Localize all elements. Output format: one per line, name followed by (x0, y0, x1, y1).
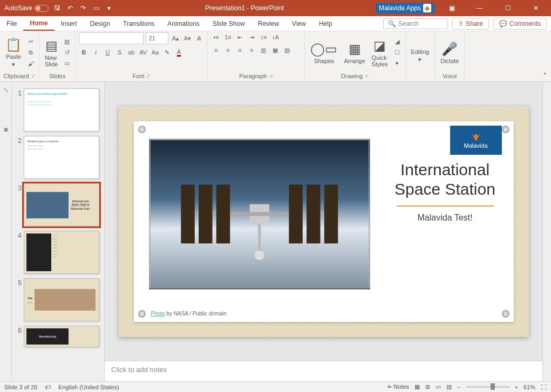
outline-cursor-icon[interactable]: ⤡ (3, 86, 9, 94)
zoom-level[interactable]: 61% (523, 384, 535, 390)
slide-thumbnails[interactable]: 1Here's your outline to get started!____… (12, 82, 105, 381)
slide-text-block[interactable]: International Space Station Malavida Tes… (389, 160, 502, 223)
case-icon[interactable]: Aa (150, 47, 160, 57)
bullets-icon[interactable]: •≡ (211, 32, 221, 42)
thumb-6[interactable]: Manufacturing (24, 326, 99, 347)
reset-icon[interactable]: ↺ (62, 48, 72, 58)
zoom-out-icon[interactable]: − (457, 384, 460, 390)
justify-icon[interactable]: ≡ (247, 45, 256, 55)
arrange-button[interactable]: ▦Arrange (342, 40, 367, 65)
thumb-5[interactable]: Title___ (24, 278, 99, 321)
close-icon[interactable]: ✕ (525, 0, 547, 16)
align-right-icon[interactable]: ≡ (235, 45, 244, 55)
font-size-input[interactable] (146, 32, 168, 44)
paragraph-launcher-icon[interactable]: ⤢ (269, 73, 274, 79)
spellcheck-icon[interactable]: 🏷 (45, 384, 51, 390)
slide-image[interactable] (149, 139, 370, 290)
ribbon-display-icon[interactable]: ▣ (441, 0, 462, 16)
slide[interactable]: Malavida International Space Station Mal… (119, 106, 529, 337)
tab-animations[interactable]: Animations (161, 16, 206, 31)
shape-fill-icon[interactable]: ◢ (392, 37, 402, 47)
columns-icon[interactable]: ▥ (259, 45, 268, 55)
slide-canvas[interactable]: Malavida International Space Station Mal… (105, 82, 542, 361)
search-input[interactable]: 🔍 Search (383, 18, 448, 29)
maximize-icon[interactable]: ☐ (497, 0, 519, 16)
share-button[interactable]: ⇪ Share (452, 18, 489, 30)
tab-slideshow[interactable]: Slide Show (206, 16, 251, 31)
sorter-view-icon[interactable]: ⊞ (425, 383, 430, 390)
layout-icon[interactable]: ▥ (62, 37, 72, 47)
new-slide-button[interactable]: ▤ New Slide (43, 37, 60, 68)
vertical-scrollbar[interactable] (542, 82, 551, 381)
smartart-icon[interactable]: ▨ (282, 45, 292, 55)
outline-eraser-icon[interactable]: ✖ (3, 126, 9, 134)
tab-design[interactable]: Design (84, 16, 117, 31)
start-slideshow-icon[interactable]: ▭ (92, 4, 100, 12)
collapse-ribbon-icon[interactable]: ˄ (539, 70, 551, 81)
tab-review[interactable]: Review (251, 16, 285, 31)
font-color-icon[interactable]: A (174, 47, 183, 57)
slide-counter[interactable]: Slide 3 of 20 (4, 384, 37, 390)
italic-button[interactable]: I (91, 47, 100, 57)
copy-icon[interactable]: ⧉ (26, 48, 36, 58)
photo-link[interactable]: Photo (151, 311, 165, 317)
notes-toggle[interactable]: ≐ Notes (387, 383, 409, 390)
shapes-button[interactable]: ◯▭Shapes (308, 40, 339, 65)
autosave-toggle[interactable]: AutoSave (4, 4, 49, 12)
tab-view[interactable]: View (285, 16, 312, 31)
indent-right-icon[interactable]: ⇥ (247, 32, 256, 42)
save-icon[interactable]: 🖫 (53, 4, 62, 12)
minimize-icon[interactable]: — (469, 0, 491, 16)
slideshow-view-icon[interactable]: ▧ (446, 383, 452, 390)
normal-view-icon[interactable]: ▦ (414, 383, 420, 390)
format-painter-icon[interactable]: 🖌 (26, 59, 36, 68)
tab-help[interactable]: Help (312, 16, 339, 31)
reading-view-icon[interactable]: ▭ (436, 383, 441, 390)
tab-file[interactable]: File (0, 16, 23, 31)
shape-effects-icon[interactable]: ✦ (392, 59, 402, 68)
align-left-icon[interactable]: ≡ (211, 45, 221, 55)
tab-home[interactable]: Home (23, 16, 54, 31)
shrink-font-icon[interactable]: A▾ (182, 33, 192, 43)
strike-button[interactable]: S (114, 47, 124, 57)
bold-button[interactable]: B (79, 47, 89, 57)
tab-transitions[interactable]: Transitions (117, 16, 161, 31)
highlight-icon[interactable]: ✎ (162, 47, 172, 57)
comments-button[interactable]: 💬 Comments (493, 18, 547, 30)
thumb-3[interactable]: InternationalSpace StationMalavida Test! (24, 183, 99, 226)
paste-button[interactable]: 📋 Paste ▾ (3, 36, 24, 69)
line-spacing-icon[interactable]: ↕≡ (259, 32, 268, 42)
drawing-launcher-icon[interactable]: ⤢ (365, 73, 369, 79)
quick-styles-button[interactable]: ◪Quick Styles (370, 37, 390, 68)
align-center-icon[interactable]: ≡ (223, 45, 233, 55)
clipboard-launcher-icon[interactable]: ⤢ (31, 73, 36, 79)
thumb-4[interactable]: ________________________ (24, 231, 99, 274)
dictate-button[interactable]: 🎤Dictate (438, 40, 461, 65)
align-text-icon[interactable]: ▦ (270, 45, 280, 55)
qat-dropdown-icon[interactable]: ▾ (105, 4, 113, 12)
tab-insert[interactable]: Insert (55, 16, 84, 31)
editing-button[interactable]: Editing▾ (409, 47, 432, 64)
grow-font-icon[interactable]: A▴ (171, 33, 180, 43)
language-status[interactable]: English (United States) (58, 384, 119, 390)
spacing-icon[interactable]: AV (138, 47, 148, 57)
zoom-in-icon[interactable]: + (515, 384, 518, 390)
app-badge[interactable]: Malavida Apps ◆ (376, 3, 434, 13)
zoom-slider[interactable] (466, 386, 509, 388)
undo-icon[interactable]: ↶ (66, 4, 74, 12)
thumb-1[interactable]: Here's your outline to get started!_____… (24, 88, 99, 132)
font-name-input[interactable] (79, 32, 144, 44)
cut-icon[interactable]: ✂ (26, 37, 36, 47)
shape-outline-icon[interactable]: ☐ (392, 48, 402, 58)
redo-icon[interactable]: ↷ (79, 4, 87, 12)
underline-button[interactable]: U (103, 47, 112, 57)
section-icon[interactable]: ▭ (62, 59, 72, 68)
clear-format-icon[interactable]: A̷ (194, 33, 204, 43)
fit-window-icon[interactable]: ⛶ (541, 384, 547, 390)
notes-input[interactable]: Click to add notes (105, 361, 542, 381)
numbering-icon[interactable]: 1≡ (223, 32, 233, 42)
font-launcher-icon[interactable]: ⤢ (146, 73, 151, 79)
shadow-button[interactable]: ab (126, 47, 136, 57)
text-direction-icon[interactable]: ↕A (270, 32, 280, 42)
thumb-2[interactable]: Related topics to research___ ___ ______… (24, 136, 99, 179)
